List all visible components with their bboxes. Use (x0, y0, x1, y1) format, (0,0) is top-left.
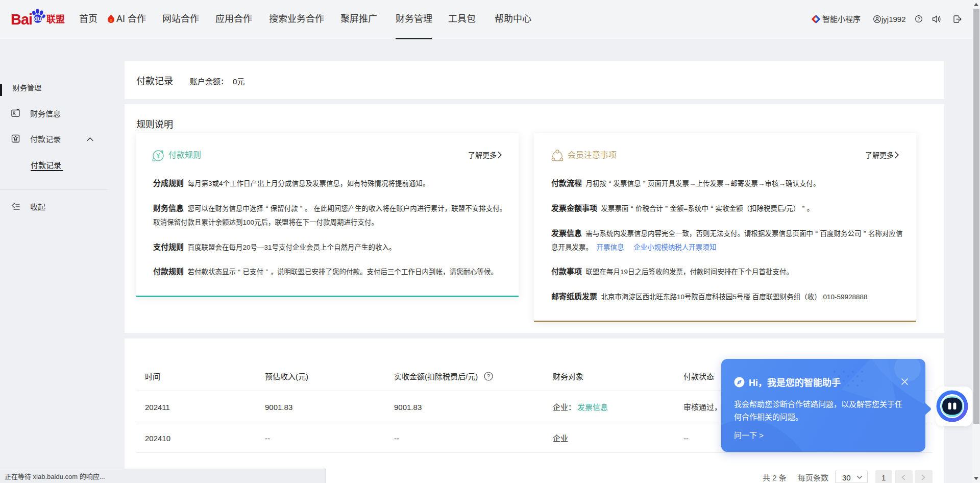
svg-text:?: ? (917, 16, 920, 21)
svg-text:du: du (34, 15, 42, 22)
svg-text:?: ? (487, 373, 490, 379)
